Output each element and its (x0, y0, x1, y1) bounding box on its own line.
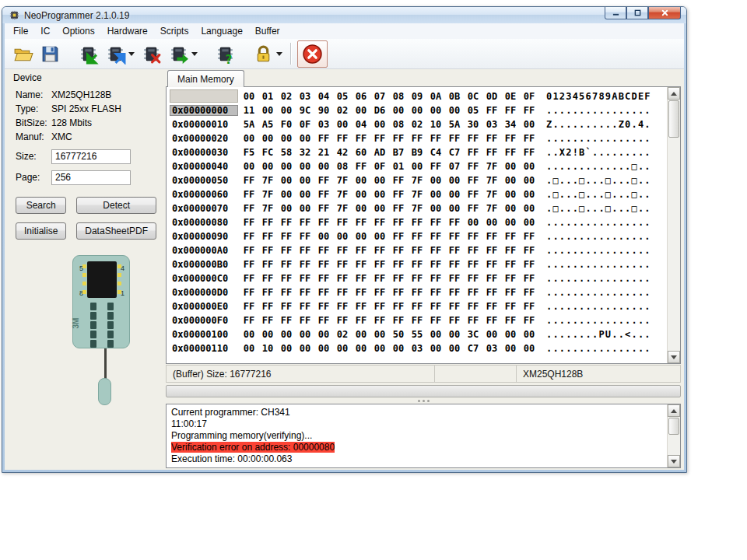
hex-byte-cell[interactable]: 00 (501, 343, 520, 354)
hex-byte-cell[interactable]: FF (408, 259, 426, 270)
hex-byte-cell[interactable]: 00 (389, 105, 408, 116)
hex-byte-cell[interactable]: FF (277, 231, 296, 242)
hex-ascii-cell[interactable]: .□...□...□...□.. (546, 189, 651, 200)
hex-byte-cell[interactable]: 02 (333, 329, 352, 340)
hex-byte-cell[interactable]: 00 (314, 161, 333, 172)
hex-byte-cell[interactable]: FF (464, 231, 482, 242)
hex-byte-cell[interactable]: FF (408, 287, 426, 298)
hex-byte-cell[interactable]: FF (501, 245, 520, 256)
scroll-track[interactable] (668, 417, 680, 455)
hex-byte-cell[interactable]: FF (314, 203, 333, 214)
hex-byte-cell[interactable]: FF (296, 231, 314, 242)
hex-byte-cell[interactable]: FF (352, 287, 370, 298)
hex-byte-cell[interactable]: 00 (296, 203, 314, 214)
hex-byte-cell[interactable]: 00 (333, 343, 352, 354)
hex-byte-cell[interactable]: 00 (258, 133, 277, 144)
hex-address-cell[interactable]: 0x00000000 (170, 105, 238, 116)
hex-byte-cell[interactable]: FF (333, 315, 352, 326)
dropdown-arrow-icon[interactable] (191, 52, 198, 56)
hex-byte-cell[interactable]: 00 (258, 329, 277, 340)
dropdown-arrow-icon[interactable] (128, 52, 135, 56)
hex-byte-cell[interactable]: FF (296, 273, 314, 284)
hex-byte-cell[interactable]: 00 (370, 203, 389, 214)
hex-byte-cell[interactable]: FF (464, 147, 482, 158)
hex-byte-cell[interactable]: FF (426, 301, 445, 312)
read-chip-button[interactable] (75, 41, 102, 67)
page-input[interactable] (51, 170, 131, 185)
hex-byte-cell[interactable]: 30 (464, 119, 482, 130)
hex-byte-cell[interactable]: 00 (277, 161, 296, 172)
hex-byte-cell[interactable]: FF (520, 245, 538, 256)
hex-byte-cell[interactable]: FF (333, 217, 352, 228)
hex-byte-cell[interactable]: FF (426, 245, 445, 256)
hex-byte-cell[interactable]: FF (333, 273, 352, 284)
hex-byte-cell[interactable]: FF (389, 189, 408, 200)
scroll-thumb[interactable] (668, 100, 679, 138)
hex-byte-cell[interactable]: 00 (426, 189, 445, 200)
scroll-thumb[interactable] (668, 418, 679, 435)
hex-byte-cell[interactable]: 00 (426, 329, 445, 340)
hex-byte-cell[interactable]: FF (240, 315, 258, 326)
hex-byte-cell[interactable]: 00 (520, 175, 538, 186)
hex-byte-cell[interactable]: FF (445, 315, 464, 326)
menu-item-options[interactable]: Options (56, 23, 100, 39)
hex-byte-cell[interactable]: FF (240, 189, 258, 200)
hex-byte-cell[interactable]: 00 (352, 231, 370, 242)
hex-byte-cell[interactable]: 00 (520, 329, 538, 340)
hex-byte-cell[interactable]: 00 (389, 343, 408, 354)
hex-byte-cell[interactable]: FF (258, 231, 277, 242)
hex-byte-cell[interactable]: 00 (464, 217, 482, 228)
hex-byte-cell[interactable]: 00 (408, 105, 426, 116)
hex-byte-cell[interactable]: FF (370, 217, 389, 228)
hex-byte-cell[interactable]: FF (389, 245, 408, 256)
hex-byte-cell[interactable]: 5A (445, 119, 464, 130)
hex-byte-cell[interactable]: AD (370, 147, 389, 158)
hex-ascii-cell[interactable]: ................ (546, 133, 651, 144)
dropdown-arrow-icon[interactable] (276, 52, 282, 56)
hex-byte-cell[interactable]: 00 (445, 189, 464, 200)
hex-byte-cell[interactable]: FF (445, 287, 464, 298)
hex-byte-cell[interactable]: FF (389, 259, 408, 270)
hex-ascii-cell[interactable]: ................ (546, 105, 651, 116)
hex-address-cell[interactable]: 0x00000060 (170, 189, 238, 200)
menu-item-hardware[interactable]: Hardware (101, 23, 154, 39)
hex-byte-cell[interactable]: 00 (296, 161, 314, 172)
open-file-button[interactable] (9, 41, 37, 67)
hex-byte-cell[interactable]: 00 (352, 189, 370, 200)
detect-chip-button[interactable]: ? (212, 41, 239, 67)
hex-byte-cell[interactable]: FF (445, 273, 464, 284)
hex-byte-cell[interactable]: FF (277, 259, 296, 270)
hex-byte-cell[interactable]: FF (501, 147, 520, 158)
hex-byte-cell[interactable]: FF (426, 273, 445, 284)
hex-byte-cell[interactable]: FF (464, 301, 482, 312)
lock-button[interactable] (250, 41, 286, 67)
hex-byte-cell[interactable]: 7F (333, 203, 352, 214)
hex-byte-cell[interactable]: 00 (501, 175, 520, 186)
hex-byte-cell[interactable]: 02 (333, 105, 352, 116)
hex-address-cell[interactable]: 0x00000010 (170, 119, 238, 130)
hex-byte-cell[interactable]: FF (520, 105, 538, 116)
menu-item-scripts[interactable]: Scripts (154, 23, 195, 39)
hex-byte-cell[interactable]: FF (501, 133, 520, 144)
hex-byte-cell[interactable]: FF (314, 287, 333, 298)
hex-byte-cell[interactable]: FF (277, 315, 296, 326)
hex-ascii-cell[interactable]: .............□.. (546, 161, 651, 172)
hex-byte-cell[interactable]: F0 (277, 119, 296, 130)
hex-byte-cell[interactable]: 08 (389, 119, 408, 130)
verify-chip-button[interactable] (165, 41, 201, 67)
hex-byte-cell[interactable]: 00 (501, 203, 520, 214)
hex-byte-cell[interactable]: 00 (296, 343, 314, 354)
scroll-down-button[interactable] (668, 455, 680, 467)
hex-byte-cell[interactable]: FF (520, 315, 538, 326)
hex-byte-cell[interactable]: 55 (408, 329, 426, 340)
hex-byte-cell[interactable]: FF (464, 273, 482, 284)
hex-byte-cell[interactable]: FF (352, 315, 370, 326)
hex-address-cell[interactable]: 0x00000040 (170, 161, 238, 172)
stop-button[interactable] (297, 40, 328, 68)
hex-byte-cell[interactable]: 00 (277, 203, 296, 214)
hex-byte-cell[interactable]: 00 (501, 217, 520, 228)
hex-byte-cell[interactable]: FF (333, 245, 352, 256)
hex-byte-cell[interactable]: FF (370, 245, 389, 256)
hex-byte-cell[interactable]: FF (389, 203, 408, 214)
hex-byte-cell[interactable]: 00 (333, 119, 352, 130)
